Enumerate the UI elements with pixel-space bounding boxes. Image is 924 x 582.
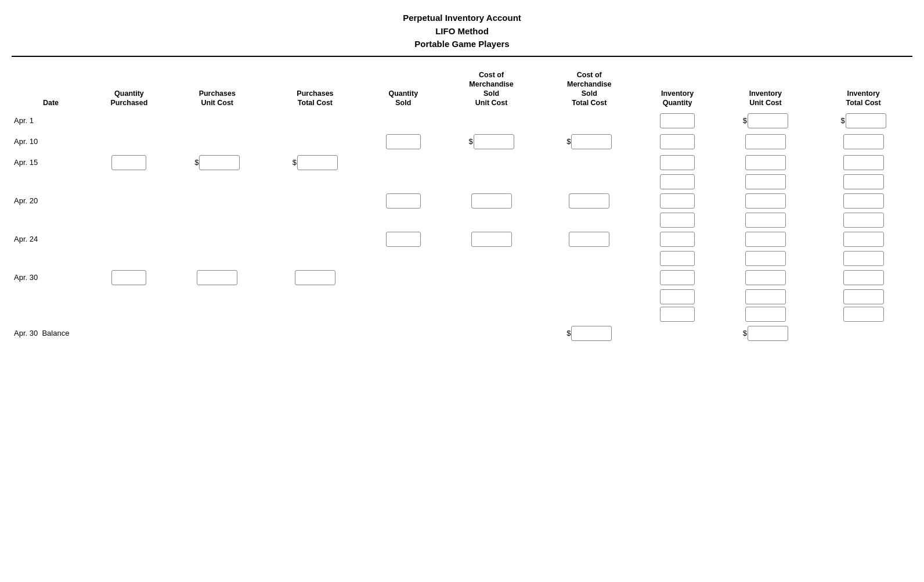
date-apr1: Apr. 1	[12, 110, 90, 131]
apr24-inv-unit-b-input[interactable]	[745, 251, 786, 266]
apr20-cost-unit	[442, 191, 540, 211]
apr24-inv-unit-b	[717, 250, 815, 267]
apr15-inv-total-b	[814, 173, 912, 191]
apr10-cost-unit-input[interactable]	[474, 134, 514, 149]
apr15-inv-qty-a-input[interactable]	[660, 155, 695, 170]
apr24-inv-total-b	[814, 250, 912, 267]
apr1-inv-qty-input[interactable]	[660, 113, 695, 128]
apr10-inv-qty	[638, 131, 717, 152]
apr1-cost-unit	[442, 110, 540, 131]
main-table-container: Date QuantityPurchased PurchasesUnit Cos…	[12, 69, 912, 344]
apr15-inv-unit-b	[717, 173, 815, 191]
apr1-qty-sold	[364, 110, 442, 131]
apr15-inv-unit-a-input[interactable]	[745, 155, 786, 170]
apr20-qty-sold	[364, 191, 442, 211]
apr30-inv-qty-b	[638, 288, 717, 306]
apr10-qty-purchased	[90, 131, 168, 152]
apr30-inv-unit-c-input[interactable]	[745, 307, 786, 322]
apr20-qty-sold-input[interactable]	[386, 193, 421, 209]
apr30-balance-cost-total-input[interactable]	[571, 326, 612, 341]
apr24-inv-total-a	[814, 229, 912, 250]
apr20-cost-unit-input[interactable]	[471, 193, 512, 209]
apr15-qty-purchased-input[interactable]	[111, 155, 146, 170]
col-pur-total-header: PurchasesTotal Cost	[266, 69, 364, 110]
row-apr10: Apr. 10 $ $	[12, 131, 912, 152]
apr30-pur-total	[266, 267, 364, 288]
apr30-pur-unit	[168, 267, 266, 288]
apr15-inv-unit-b-input[interactable]	[745, 174, 786, 189]
apr30-inv-total-c	[814, 306, 912, 323]
apr15-qty-sold	[364, 152, 442, 173]
header-divider	[12, 56, 912, 57]
apr20-inv-unit-a-input[interactable]	[745, 193, 786, 209]
apr30-balance-inv-unit-input[interactable]	[748, 326, 788, 341]
apr10-inv-total	[814, 131, 912, 152]
apr20-inv-total-a-input[interactable]	[843, 193, 884, 209]
row-apr20-b	[12, 211, 912, 229]
date-apr20: Apr. 20	[12, 191, 90, 211]
apr24-inv-total-b-input[interactable]	[843, 251, 884, 266]
apr15-pur-unit-input[interactable]	[199, 155, 240, 170]
apr20-inv-total-b-input[interactable]	[843, 213, 884, 228]
apr10-pur-unit	[168, 131, 266, 152]
apr20-cost-total-input[interactable]	[569, 193, 609, 209]
apr10-pur-total	[266, 131, 364, 152]
apr30-inv-total-b	[814, 288, 912, 306]
apr30-qty-purchased-input[interactable]	[111, 270, 146, 285]
apr30-pur-total-input[interactable]	[295, 270, 335, 285]
apr15-pur-total-input[interactable]	[297, 155, 338, 170]
apr1-inv-unit: $	[717, 110, 815, 131]
col-cost-total-header: Cost ofMerchandiseSoldTotal Cost	[540, 69, 638, 110]
apr30-balance-cost-total: $	[540, 323, 638, 344]
apr24-inv-unit-a-input[interactable]	[745, 232, 786, 247]
row-apr15-a: Apr. 15 $ $	[12, 152, 912, 173]
apr20-inv-qty-b-input[interactable]	[660, 213, 695, 228]
row-apr15-b	[12, 173, 912, 191]
apr24-inv-qty-a-input[interactable]	[660, 232, 695, 247]
apr30-inv-unit-a	[717, 267, 815, 288]
apr30-inv-unit-a-input[interactable]	[745, 270, 786, 285]
apr30-inv-total-a-input[interactable]	[843, 270, 884, 285]
apr30-inv-qty-b-input[interactable]	[660, 289, 695, 304]
apr30-inv-qty-a-input[interactable]	[660, 270, 695, 285]
apr20-inv-unit-a	[717, 191, 815, 211]
apr1-inv-unit-input[interactable]	[748, 113, 788, 128]
row-apr24-b	[12, 250, 912, 267]
apr24-cost-total-input[interactable]	[569, 232, 609, 247]
apr20-inv-total-a	[814, 191, 912, 211]
date-apr10: Apr. 10	[12, 131, 90, 152]
row-apr30-c	[12, 306, 912, 323]
apr24-inv-total-a-input[interactable]	[843, 232, 884, 247]
apr15-inv-qty-b	[638, 173, 717, 191]
apr10-qty-sold-input[interactable]	[386, 134, 421, 149]
apr1-pur-total	[266, 110, 364, 131]
apr15-inv-total-a-input[interactable]	[843, 155, 884, 170]
apr24-qty-sold-input[interactable]	[386, 232, 421, 247]
apr10-cost-total-input[interactable]	[571, 134, 612, 149]
apr24-inv-qty-b	[638, 250, 717, 267]
apr20-inv-total-b	[814, 211, 912, 229]
apr24-cost-unit-input[interactable]	[471, 232, 512, 247]
apr15-pur-total: $	[266, 152, 364, 173]
apr20-inv-unit-b-input[interactable]	[745, 213, 786, 228]
apr20-inv-qty-a-input[interactable]	[660, 193, 695, 209]
row-apr1: Apr. 1 $ $	[12, 110, 912, 131]
apr30-inv-total-b-input[interactable]	[843, 289, 884, 304]
apr15-inv-total-b-input[interactable]	[843, 174, 884, 189]
apr1-inv-total-input[interactable]	[846, 113, 886, 128]
apr30-inv-total-c-input[interactable]	[843, 307, 884, 322]
col-cost-unit-header: Cost ofMerchandiseSoldUnit Cost	[442, 69, 540, 110]
date-apr15: Apr. 15	[12, 152, 90, 173]
apr30-inv-unit-b-input[interactable]	[745, 289, 786, 304]
apr10-inv-unit-input[interactable]	[745, 134, 786, 149]
apr30-pur-unit-input[interactable]	[197, 270, 237, 285]
col-inv-unit-header: InventoryUnit Cost	[717, 69, 815, 110]
apr10-inv-unit	[717, 131, 815, 152]
apr10-inv-total-input[interactable]	[843, 134, 884, 149]
apr24-inv-qty-b-input[interactable]	[660, 251, 695, 266]
apr20-cost-total	[540, 191, 638, 211]
apr15-inv-qty-b-input[interactable]	[660, 174, 695, 189]
row-apr30-balance: Apr. 30 Balance $ $	[12, 323, 912, 344]
apr30-inv-qty-c-input[interactable]	[660, 307, 695, 322]
apr10-inv-qty-input[interactable]	[660, 134, 695, 149]
